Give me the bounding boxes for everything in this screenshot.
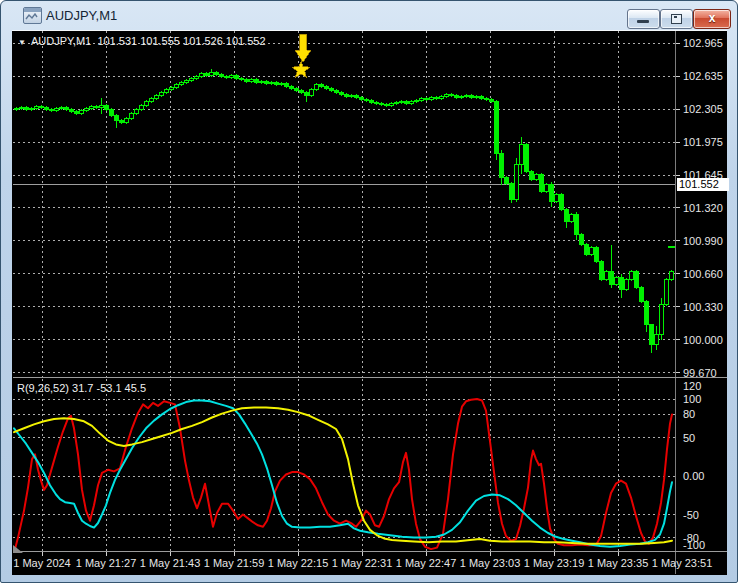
candle-body bbox=[545, 185, 549, 192]
candle-body bbox=[30, 109, 34, 110]
chart-header: ▼AUDJPY,M1 101.531 101.555 101.526 101.5… bbox=[18, 35, 266, 47]
candle-body bbox=[410, 102, 414, 104]
time-axis-tick bbox=[170, 552, 171, 556]
candle-body bbox=[25, 108, 29, 110]
candle-body bbox=[380, 104, 384, 105]
chart-header-symbol: AUDJPY,M1 bbox=[31, 35, 91, 47]
candle-body bbox=[240, 79, 244, 80]
candle-body bbox=[45, 108, 49, 110]
price-axis-tick bbox=[676, 175, 680, 176]
sell-signal-marker[interactable] bbox=[292, 34, 311, 78]
candle-body bbox=[425, 99, 429, 100]
candle-body bbox=[190, 79, 194, 81]
candle-body bbox=[565, 210, 569, 222]
candle-body bbox=[370, 101, 374, 103]
candle-body bbox=[305, 93, 309, 96]
candle-body bbox=[110, 110, 114, 116]
candle-body bbox=[220, 75, 224, 77]
candle-body bbox=[465, 96, 469, 97]
candle-body bbox=[65, 108, 69, 110]
candle-body bbox=[530, 172, 534, 180]
price-axis-tick bbox=[676, 372, 680, 373]
time-axis-tick bbox=[490, 552, 491, 556]
price-axis-tick bbox=[676, 207, 680, 208]
close-button[interactable]: x bbox=[693, 9, 731, 29]
candle-body bbox=[585, 245, 589, 255]
window-title: AUDJPY,M1 bbox=[46, 8, 117, 23]
candle-body bbox=[325, 87, 329, 89]
candle-body bbox=[515, 165, 519, 200]
time-axis-tick bbox=[362, 552, 363, 556]
candle-body bbox=[155, 96, 159, 99]
candle-body bbox=[525, 145, 529, 172]
time-axis-tick bbox=[106, 552, 107, 556]
candle-body bbox=[655, 335, 659, 345]
indicator-axis-label: 100 bbox=[683, 393, 701, 405]
candle-body bbox=[360, 98, 364, 100]
time-axis-label: 1 May 23:51 bbox=[652, 557, 713, 569]
candle-body bbox=[365, 100, 369, 101]
candle-body bbox=[55, 109, 59, 111]
candle-body bbox=[120, 121, 124, 123]
window-title-bar[interactable]: AUDJPY,M1 x bbox=[0, 0, 738, 30]
candle-body bbox=[15, 109, 19, 110]
candle-body bbox=[275, 83, 279, 85]
candle-body bbox=[225, 77, 229, 78]
time-axis-tick bbox=[298, 552, 299, 556]
candle-body bbox=[170, 88, 174, 90]
time-axis-label: 1 May 21:43 bbox=[140, 557, 201, 569]
candle-body bbox=[470, 96, 474, 98]
candle-body bbox=[255, 80, 259, 83]
time-axis-tick bbox=[234, 552, 235, 556]
candle-body bbox=[300, 91, 304, 93]
indicator-axis-label: -50 bbox=[683, 509, 699, 521]
restore-button[interactable] bbox=[660, 9, 693, 29]
current-price-tag: 101.552 bbox=[677, 178, 729, 191]
candle-body bbox=[250, 80, 254, 82]
main-chart-canvas[interactable] bbox=[13, 31, 675, 377]
candle-body bbox=[135, 110, 139, 114]
candle-body bbox=[160, 93, 164, 96]
candle-body bbox=[285, 84, 289, 87]
candle-body bbox=[185, 81, 189, 83]
time-axis-label: 1 May 23:35 bbox=[588, 557, 649, 569]
indicator-pane-divider[interactable] bbox=[13, 377, 727, 378]
candle-body bbox=[540, 175, 544, 192]
candle-body bbox=[630, 272, 634, 280]
minimize-button[interactable] bbox=[627, 9, 660, 29]
price-axis-label: 100.990 bbox=[683, 235, 723, 247]
candle-body bbox=[20, 108, 24, 109]
candle-body bbox=[105, 106, 109, 110]
price-axis-label: 102.635 bbox=[683, 70, 723, 82]
price-axis-label: 101.320 bbox=[683, 202, 723, 214]
indicator-axis-label: -100 bbox=[683, 539, 705, 551]
restore-icon bbox=[671, 14, 682, 24]
candle-body bbox=[600, 262, 604, 280]
candle-body bbox=[335, 91, 339, 93]
candle-body bbox=[50, 110, 54, 111]
symbol-dropdown-icon: ▼ bbox=[18, 38, 26, 47]
candle-body bbox=[485, 99, 489, 100]
minimize-icon bbox=[637, 20, 649, 23]
candle-body bbox=[145, 102, 149, 106]
candles-layer bbox=[15, 69, 674, 353]
candle-body bbox=[200, 74, 204, 77]
time-axis-tick bbox=[42, 552, 43, 556]
candle-body bbox=[85, 109, 89, 111]
candle-body bbox=[390, 104, 394, 106]
candle-body bbox=[665, 280, 669, 305]
candle-body bbox=[405, 102, 409, 104]
candle-body bbox=[625, 280, 629, 290]
candle-body bbox=[450, 95, 454, 96]
indicator-axis-label: 80 bbox=[683, 408, 695, 420]
price-axis-label: 100.000 bbox=[683, 334, 723, 346]
candle-body bbox=[550, 185, 554, 202]
price-axis-label: 102.965 bbox=[683, 37, 723, 49]
candle-body bbox=[520, 145, 524, 165]
candle-body bbox=[355, 96, 359, 98]
indicator-canvas[interactable] bbox=[13, 379, 675, 551]
down-arrow-icon bbox=[295, 34, 311, 62]
time-axis-tick bbox=[618, 552, 619, 556]
candle-body bbox=[570, 215, 574, 222]
candle-body bbox=[130, 114, 134, 119]
